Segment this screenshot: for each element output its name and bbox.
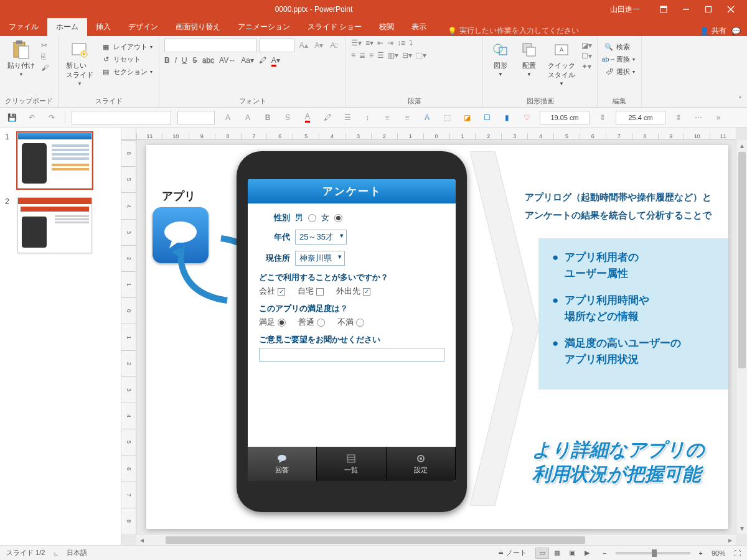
scroll-right-arrow[interactable]: ▸ — [725, 536, 736, 544]
qat-grow-font-icon[interactable]: A — [221, 111, 235, 124]
horizontal-ruler[interactable]: 111098765432101234567891011 — [136, 128, 736, 140]
new-slide-button[interactable]: ✦ 新しい スライド ▼ — [63, 39, 96, 88]
phone-tab-list[interactable]: 一覧 — [317, 447, 386, 481]
scroll-thumb[interactable] — [166, 536, 585, 544]
tab-home[interactable]: ホーム — [47, 18, 87, 36]
replace-button[interactable]: ab↔置換▾ — [603, 54, 636, 65]
decrease-font-icon[interactable]: A▾ — [312, 39, 326, 52]
qat-overflow-icon[interactable]: » — [712, 111, 725, 124]
reset-button[interactable]: ↺リセット — [100, 54, 154, 65]
radio-normal[interactable] — [317, 319, 325, 327]
align-right-button[interactable]: ≡ — [369, 51, 374, 60]
age-select[interactable]: 25～35才 — [295, 230, 347, 245]
tab-transitions[interactable]: 画面切り替え — [167, 18, 229, 36]
tab-animations[interactable]: アニメーション — [229, 18, 299, 36]
addr-select[interactable]: 神奈川県 — [295, 251, 345, 266]
shapes-button[interactable]: 図形▼ — [488, 39, 513, 78]
highlight-button[interactable]: 🖍 — [259, 56, 266, 65]
undo-icon[interactable]: ↶ — [25, 111, 39, 124]
minimize-button[interactable] — [675, 0, 697, 19]
scroll-left-arrow[interactable]: ◂ — [136, 536, 148, 544]
tab-insert[interactable]: 挿入 — [87, 18, 120, 36]
spacing-button[interactable]: AV↔ — [219, 56, 236, 65]
shape-height-input[interactable]: 19.05 cm — [540, 111, 590, 124]
shape-width-input[interactable]: 25.4 cm — [616, 111, 665, 124]
thumbnail-2[interactable]: 2 — [5, 197, 116, 253]
ribbon-options-icon[interactable] — [652, 0, 675, 19]
chk-outside[interactable] — [363, 288, 370, 296]
save-icon[interactable]: 💾 — [5, 111, 19, 124]
quick-styles-button[interactable]: A クイック スタイル▼ — [545, 39, 578, 88]
scroll-down-arrow[interactable]: ▾ — [740, 523, 744, 534]
radio-sat[interactable] — [278, 319, 286, 327]
tab-view[interactable]: 表示 — [403, 18, 435, 36]
scroll-thumb[interactable] — [738, 152, 746, 368]
maximize-button[interactable] — [697, 0, 720, 19]
columns-button[interactable]: ▥▾ — [388, 51, 398, 60]
qat-fontcolor-icon[interactable]: A — [301, 111, 314, 124]
qat-highlight-icon[interactable]: 🖍 — [321, 111, 334, 124]
qat-spacing-icon[interactable]: ↕ — [360, 111, 374, 124]
line-spacing-button[interactable]: ↕≡ — [397, 39, 405, 47]
qat-textfx-icon[interactable]: A — [420, 111, 434, 124]
share-button[interactable]: 👤 共有 — [700, 26, 726, 36]
thumbnail-preview[interactable] — [17, 197, 92, 253]
phone-tab-answer[interactable]: 回答 — [248, 447, 317, 481]
slide-canvas[interactable]: アプリ アンケート 性別 男 女 — [146, 145, 728, 529]
qat-align-icon[interactable]: ≡ — [380, 111, 394, 124]
increase-font-icon[interactable]: A▴ — [297, 39, 310, 52]
radio-male[interactable] — [308, 214, 316, 222]
thumbnail-preview[interactable] — [17, 133, 92, 189]
copy-icon[interactable]: ⎘ — [41, 52, 49, 61]
feedback-input[interactable] — [259, 348, 444, 362]
arrange-button[interactable]: 配置▼ — [517, 39, 542, 78]
zoom-level[interactable]: 90% — [712, 549, 725, 557]
comments-icon[interactable]: 💬 — [731, 27, 741, 35]
underline-button[interactable]: U — [182, 56, 187, 65]
qat-bullets-icon[interactable]: ☰ — [341, 111, 354, 124]
normal-view-button[interactable]: ▭ — [535, 548, 549, 559]
phone-tab-settings[interactable]: 設定 — [387, 447, 456, 481]
horizontal-scrollbar[interactable]: ◂ ▸ — [136, 534, 736, 545]
scroll-up-arrow[interactable]: ▴ — [740, 140, 744, 151]
case-button[interactable]: Aa▾ — [241, 56, 254, 65]
sorter-view-button[interactable]: ▦ — [550, 548, 564, 559]
stepper-icon[interactable]: ⇕ — [672, 111, 685, 124]
qat-bold-icon[interactable]: B — [261, 111, 275, 124]
bold-button[interactable]: B — [164, 56, 170, 65]
qat-chart-icon[interactable]: ▮ — [500, 111, 514, 124]
section-button[interactable]: ▤セクション▾ — [100, 66, 154, 77]
qat-fill-icon[interactable]: ◪ — [460, 111, 474, 124]
tab-file[interactable]: ファイル — [0, 18, 47, 36]
tab-slideshow[interactable]: スライド ショー — [299, 18, 370, 36]
slideshow-view-button[interactable]: ▶ — [580, 548, 594, 559]
numbering-button[interactable]: ≡▾ — [365, 39, 374, 47]
qat-convert-icon[interactable]: ⬚ — [440, 111, 454, 124]
justify-button[interactable]: ☰ — [377, 51, 384, 60]
select-button[interactable]: ⮰選択▾ — [603, 66, 636, 77]
indent-inc-button[interactable]: ⇥ — [387, 39, 393, 47]
align-left-button[interactable]: ≡ — [351, 51, 355, 60]
qat-more-icon[interactable]: ⋯ — [692, 111, 705, 124]
tab-review[interactable]: 校閲 — [370, 18, 403, 36]
shape-outline-button[interactable]: ☐▾ — [581, 52, 592, 60]
align-text-button[interactable]: ⊟▾ — [402, 51, 412, 60]
italic-button[interactable]: I — [175, 56, 177, 65]
radio-female[interactable] — [334, 214, 342, 222]
collapse-ribbon-button[interactable]: ˄ — [733, 93, 747, 107]
stepper-icon[interactable]: ⇕ — [596, 111, 609, 124]
reading-view-button[interactable]: ▣ — [565, 548, 579, 559]
qat-font-combo[interactable] — [72, 111, 171, 124]
smartart-button[interactable]: ⬚▾ — [416, 51, 426, 60]
bullets-button[interactable]: ☰▾ — [351, 39, 362, 47]
chk-home[interactable] — [316, 288, 324, 296]
layout-button[interactable]: ▦レイアウト▾ — [100, 41, 154, 52]
vertical-ruler[interactable]: 654321012345678 — [121, 140, 136, 534]
font-family-combo[interactable] — [164, 39, 257, 52]
slide-thumbnails-panel[interactable]: 1 2 — [0, 128, 121, 545]
redo-icon[interactable]: ↷ — [45, 111, 59, 124]
qat-outline-icon[interactable]: ☐ — [480, 111, 494, 124]
clear-format-icon[interactable]: A⃠ — [327, 39, 341, 52]
qat-heart-icon[interactable]: ♡ — [520, 111, 533, 124]
user-name[interactable]: 山田進一 — [610, 4, 640, 15]
